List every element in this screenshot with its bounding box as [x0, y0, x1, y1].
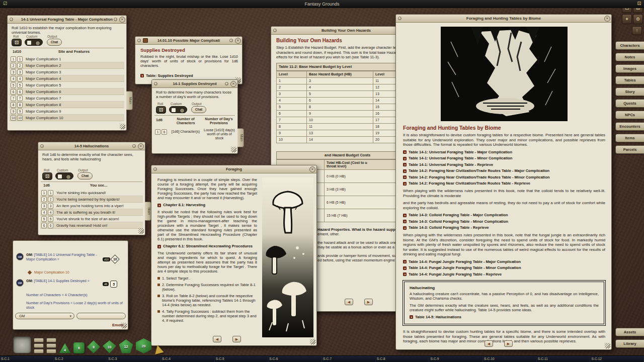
chapter-link[interactable]: Chapter 6.1: Streamlined Hexcrawling Pro… — [157, 244, 257, 249]
die-d12[interactable]: 12 — [119, 339, 133, 353]
window-titlebar[interactable]: 14.01.10 Possible Major Complicati — [135, 37, 242, 45]
desktop-tool-icon[interactable]: ⚙ — [633, 14, 643, 24]
table-link[interactable]: Table 14-2: Foraging Near Civilization/T… — [403, 168, 605, 173]
window-universal-foraging-major[interactable]: Main 14-1 Universal Foraging Table - Maj… — [7, 15, 127, 131]
hotkey-slot[interactable]: S-C-3 — [107, 356, 161, 362]
die-d10[interactable]: 10 — [103, 340, 116, 353]
prev-page-button[interactable] — [485, 340, 493, 347]
close-icon[interactable] — [604, 16, 610, 22]
table-row[interactable]: 5 5 Major Complication 5 — [10, 82, 124, 88]
sidebar-button[interactable]: Items — [615, 134, 644, 142]
roll-die-button[interactable] — [156, 106, 166, 114]
window-titlebar[interactable]: Foraging — [151, 165, 316, 173]
resize-grip[interactable] — [605, 343, 610, 348]
table-row[interactable]: 1 1 Major Complication 1 — [10, 56, 124, 62]
hotkey-slot[interactable]: S-C-9 — [429, 356, 483, 362]
sidebar-button[interactable]: NPCs — [615, 111, 644, 119]
window-titlebar[interactable]: 14-1 Supplies Destroyed — [152, 80, 237, 88]
table-row[interactable]: 10 10 Major Complication 10 — [10, 115, 124, 121]
table-link[interactable]: Table 14-2: Foraging Near Civilization/T… — [403, 175, 605, 180]
provisions-cell[interactable]: Loose [1d10] day(s) worth of units of st… — [203, 128, 235, 140]
hotkey-slot[interactable]: S-C-10 — [483, 356, 537, 362]
table-link[interactable]: Table 14-3: Colloid Foraging Table - Maj… — [403, 213, 605, 218]
table-row[interactable]: 2 2 You're being swarmed by tiny spiders… — [40, 196, 143, 203]
next-page-button[interactable] — [364, 299, 373, 305]
next-page-button[interactable] — [232, 336, 241, 342]
sidebar-button[interactable]: Notes — [615, 53, 644, 61]
window-supplies-destroyed-table[interactable]: Main 14-1 Supplies Destroyed Roll to det… — [151, 79, 238, 154]
resize-grip[interactable] — [231, 147, 236, 152]
table-row[interactable]: 1 1 You're sinking into quicksand! — [40, 190, 143, 196]
roll-die-button[interactable] — [12, 39, 22, 46]
next-page-button[interactable] — [504, 340, 513, 347]
hotkey-slot[interactable]: S-C-7 — [322, 356, 376, 362]
window-titlebar[interactable]: Foraging and Hunting Tables by Biome — [396, 15, 611, 23]
sidebar-button[interactable]: Encounters — [615, 122, 644, 131]
sidebar-button[interactable]: Images — [615, 64, 644, 73]
resize-grip[interactable] — [310, 339, 315, 344]
table-row[interactable]: 2 2 Major Complication 2 — [10, 62, 124, 69]
window-hallucinations-table[interactable]: Main 14-5 Hallucinations Roll 1d6 to det… — [38, 142, 145, 235]
modifier-chip[interactable] — [34, 338, 44, 342]
window-biome-tables[interactable]: Foraging and Hunting Tables by Biome — [395, 14, 612, 350]
sidebar-button[interactable]: Library — [615, 339, 644, 348]
table-row[interactable]: 5 5 You've shrunk to the size of an acor… — [40, 216, 143, 222]
side-tab-main[interactable]: Main — [126, 91, 133, 110]
table-row[interactable]: 6 6 Major Complication 6 — [10, 88, 124, 95]
table-row[interactable]: 4 4 Major Complication 4 — [10, 75, 124, 82]
sidebar-button[interactable]: Tables — [615, 76, 644, 84]
output-chat-button[interactable]: Chat — [77, 172, 93, 179]
modifier-chip[interactable] — [46, 349, 56, 353]
sidebar-button[interactable]: Quests — [615, 99, 644, 108]
table-link[interactable]: Table 14-1: Universal Foraging Table - R… — [403, 162, 605, 167]
characters-cell[interactable]: [1d6] Character(s) — [170, 130, 201, 134]
modifier-chip[interactable] — [46, 338, 56, 342]
sidebar-button[interactable]: Story — [615, 87, 644, 96]
pointer-tool-icon[interactable] — [153, 344, 164, 354]
table-row[interactable]: 8 8 Major Complication 8 — [10, 102, 124, 108]
table-row[interactable]: 7 7 Major Complication 7 — [10, 95, 124, 102]
output-chat-button[interactable]: Chat — [47, 39, 62, 46]
window-possible-major-complication[interactable]: 14.01.10 Possible Major Complicati Suppl… — [135, 36, 243, 84]
hotkey-slot[interactable]: S-C-4 — [161, 356, 215, 362]
resize-grip[interactable] — [120, 124, 125, 129]
custom-die-toggle[interactable] — [169, 106, 187, 113]
prev-page-button[interactable] — [345, 299, 353, 305]
table-link[interactable]: Table 14-4: Fungal Jungle Foraging Table… — [403, 272, 605, 277]
die-d4[interactable]: 4 — [59, 343, 71, 353]
close-icon[interactable] — [138, 143, 144, 149]
resize-grip[interactable] — [121, 323, 127, 328]
close-icon[interactable] — [235, 38, 241, 44]
hotkey-slot[interactable]: S-C-5 — [215, 356, 269, 362]
modifier-chip[interactable] — [34, 343, 44, 348]
sidebar-button[interactable]: Characters — [615, 41, 644, 50]
output-chat-button[interactable]: Chat — [191, 106, 206, 113]
hotkey-slot[interactable]: S-C-2 — [54, 356, 108, 362]
modifier-box[interactable] — [13, 336, 31, 353]
table-link[interactable]: Table 14-3: Colloid Foraging Table - Min… — [403, 219, 605, 224]
close-icon[interactable] — [230, 81, 236, 87]
table-link[interactable]: Table 14-4: Fungal Jungle Foraging Table… — [403, 265, 605, 270]
close-icon[interactable] — [309, 166, 315, 172]
modifier-chip[interactable] — [34, 349, 44, 353]
table-link[interactable]: Table 14-1: Universal Foraging Table - M… — [403, 150, 605, 155]
roll-die-button[interactable] — [42, 172, 52, 180]
close-icon[interactable] — [119, 17, 125, 23]
sidebar-button[interactable]: Parcels — [615, 145, 644, 154]
die-d20[interactable]: 20 — [136, 338, 151, 353]
side-tab-main[interactable]: Main — [237, 128, 244, 147]
table-link[interactable]: Table 14-1: Universal Foraging Table - M… — [403, 156, 605, 161]
die-d8[interactable]: 8 — [87, 340, 100, 353]
chapter-link[interactable]: Chapter 8.1: Harvesting — [157, 203, 257, 208]
chat-input[interactable] — [76, 313, 126, 319]
window-titlebar[interactable]: 14-1 Universal Foraging Table - Major Co… — [8, 16, 126, 24]
custom-die-toggle[interactable] — [25, 39, 43, 46]
table-link[interactable]: Table 14-5: Hallucinations — [410, 315, 599, 320]
sidebar-scroll-up-button[interactable]: ↑ — [632, 26, 642, 35]
table-row[interactable]: 3 3 An item you're holding turns into a … — [40, 203, 143, 209]
hotkey-slot[interactable]: S-C-11 — [537, 356, 591, 362]
desktop-tool-icon[interactable]: ✦ — [622, 14, 632, 24]
hotkey-slot[interactable]: S-C-1 — [0, 356, 54, 362]
table-row[interactable]: 3 3 Major Complication 3 — [10, 69, 124, 75]
hotkey-slot[interactable]: S-C-8 — [376, 356, 430, 362]
